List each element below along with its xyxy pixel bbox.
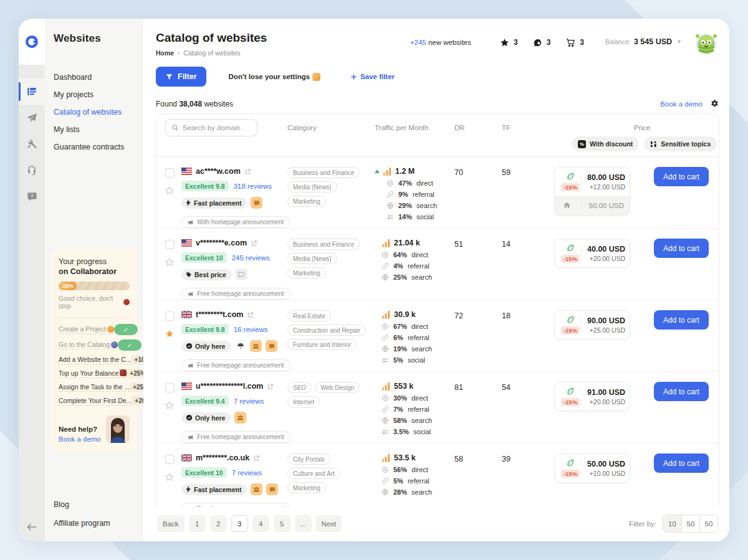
- with-discount-toggle[interactable]: % With discount: [572, 136, 639, 151]
- reviews-link[interactable]: 7 reviews: [232, 469, 262, 477]
- traffic-total: 1.2 M: [395, 167, 415, 176]
- add-to-cart-button[interactable]: Add to cart: [654, 382, 709, 401]
- only-here-chip: Only here: [181, 341, 231, 352]
- filter-button[interactable]: Filter: [156, 67, 206, 87]
- row-checkbox[interactable]: [165, 168, 175, 178]
- domain-link[interactable]: t********t.com: [196, 310, 243, 319]
- tf-value: 18: [502, 310, 554, 320]
- reviews-link[interactable]: 318 reviews: [234, 183, 272, 190]
- sidebar-item-catalog-of-websites[interactable]: Catalog of websites: [45, 103, 143, 121]
- table-row: m********.co.uk Excellent 10 7 reviews F…: [156, 444, 719, 507]
- add-to-cart-button[interactable]: Add to cart: [654, 453, 709, 473]
- umbrella-icon: [234, 340, 246, 352]
- dr-value: 58: [454, 453, 502, 463]
- pagination-back-button[interactable]: Back: [157, 515, 185, 532]
- save-filter-button[interactable]: Save filter: [350, 73, 395, 80]
- favorites-counter[interactable]: 3: [500, 38, 518, 47]
- external-link-icon[interactable]: [244, 168, 251, 175]
- rail-dashboard-icon[interactable]: [19, 78, 45, 105]
- book-demo-link[interactable]: Book a demo: [59, 435, 101, 443]
- external-link-icon[interactable]: [267, 383, 274, 390]
- sidebar-item-my-lists[interactable]: My lists: [45, 121, 143, 138]
- rail-help-bubble-icon[interactable]: ?: [19, 183, 45, 209]
- search-input[interactable]: [183, 124, 251, 131]
- add-to-cart-button[interactable]: Add to cart: [654, 167, 709, 186]
- reviews-link[interactable]: 245 reviews: [232, 254, 270, 262]
- divider: [59, 317, 130, 318]
- user-avatar[interactable]: [693, 30, 719, 56]
- sidebar-item-guarantee-contracts[interactable]: Guarantee contracts: [45, 138, 143, 156]
- bar-chart-icon: [382, 311, 390, 319]
- external-link-icon[interactable]: [247, 311, 254, 318]
- domain-link[interactable]: m********.co.uk: [196, 453, 249, 462]
- domain-link[interactable]: v********e.com: [196, 239, 247, 247]
- link-icon: [381, 477, 389, 485]
- page-size-option[interactable]: 50: [681, 515, 699, 532]
- table-row: v********e.com Excellent 10 245 reviews …: [156, 229, 719, 300]
- breadcrumb-home[interactable]: Home: [156, 49, 174, 57]
- balance-dropdown[interactable]: Balance: 3 545 USD ▼: [605, 37, 682, 46]
- favorite-star-icon[interactable]: [165, 257, 181, 267]
- table-header: Category Traffic per Month DR TF Price %…: [156, 114, 719, 157]
- messages-counter[interactable]: 3: [533, 38, 551, 47]
- briefcase-emoji-icon: [234, 412, 246, 424]
- pagination-page-3[interactable]: 3: [231, 515, 248, 532]
- page-header: Catalog of websites Home Catalog of webs…: [156, 31, 719, 57]
- trend-up-icon: [375, 169, 380, 173]
- external-link-icon[interactable]: [251, 240, 257, 247]
- traffic-total: 53.5 k: [394, 453, 416, 462]
- price-extra: +20.00 USD: [587, 398, 625, 406]
- pagination-page-2[interactable]: 2: [210, 515, 227, 532]
- row-checkbox[interactable]: [165, 311, 175, 321]
- pagination-page-5[interactable]: 5: [274, 515, 290, 532]
- sidebar-item-blog[interactable]: Blog: [45, 495, 143, 514]
- domain-link[interactable]: ac****w.com: [196, 167, 241, 176]
- pagination-ellipsis[interactable]: ...: [295, 515, 312, 532]
- sidebar-item-my-projects[interactable]: My projects: [45, 86, 143, 103]
- collapse-sidebar-arrow-icon[interactable]: [27, 523, 37, 531]
- sidebar-item-affiliate-program[interactable]: Affiliate program: [45, 514, 143, 533]
- globe-icon: [381, 273, 389, 281]
- gear-icon[interactable]: [710, 99, 719, 108]
- pagination-next-button[interactable]: Next: [316, 515, 342, 532]
- breadcrumb-separator: [178, 52, 180, 54]
- reviews-link[interactable]: 7 reviews: [234, 397, 264, 405]
- column-header-dr: DR: [454, 124, 502, 131]
- search-by-domain[interactable]: [165, 119, 257, 136]
- pagination-page-4[interactable]: 4: [252, 515, 269, 532]
- add-to-cart-button[interactable]: Add to cart: [654, 310, 709, 330]
- rail-headset-icon[interactable]: [19, 157, 45, 183]
- row-checkbox[interactable]: [165, 455, 175, 464]
- collaborator-logo[interactable]: [19, 19, 45, 65]
- progress-task: Assign the Task to the ... +25%: [59, 382, 130, 392]
- favorite-star-icon[interactable]: [165, 186, 181, 196]
- globe-icon: [381, 488, 389, 496]
- reviews-link[interactable]: 16 reviews: [234, 326, 268, 333]
- favorite-star-icon[interactable]: [165, 401, 181, 411]
- sidebar-item-dashboard[interactable]: Dashboard: [45, 69, 143, 86]
- row-checkbox[interactable]: [165, 240, 175, 249]
- progress-title: Your progress: [59, 257, 130, 266]
- column-header-price: Price: [634, 124, 650, 131]
- domain-link[interactable]: u**************l.com: [196, 382, 263, 391]
- external-link-icon[interactable]: [253, 455, 260, 462]
- us-flag-icon: [181, 168, 192, 175]
- sensitive-topics-toggle[interactable]: Sensitive topics: [644, 136, 717, 151]
- rail-tools-icon[interactable]: [19, 131, 45, 157]
- best-price-chip: Best price: [181, 269, 232, 280]
- progress-widget: Your progress on Collaborator 25% Good c…: [51, 249, 137, 452]
- page-size-option[interactable]: 50: [699, 515, 717, 532]
- book-a-demo-link[interactable]: Book a demo: [660, 100, 702, 108]
- row-checkbox[interactable]: [165, 383, 175, 392]
- percent-icon: %: [578, 140, 586, 148]
- sidebar-menu: Dashboard My projects Catalog of website…: [45, 69, 143, 156]
- icon-rail: ?: [19, 19, 45, 541]
- globe-icon: [386, 202, 394, 209]
- add-to-cart-button[interactable]: Add to cart: [654, 239, 709, 258]
- cart-counter[interactable]: 3: [565, 37, 584, 47]
- page-size-option[interactable]: 10: [663, 515, 681, 532]
- favorite-star-icon[interactable]: [165, 329, 181, 339]
- rail-paper-plane-icon[interactable]: [19, 105, 45, 131]
- pagination-page-1[interactable]: 1: [189, 515, 206, 532]
- favorite-star-icon[interactable]: [165, 472, 181, 482]
